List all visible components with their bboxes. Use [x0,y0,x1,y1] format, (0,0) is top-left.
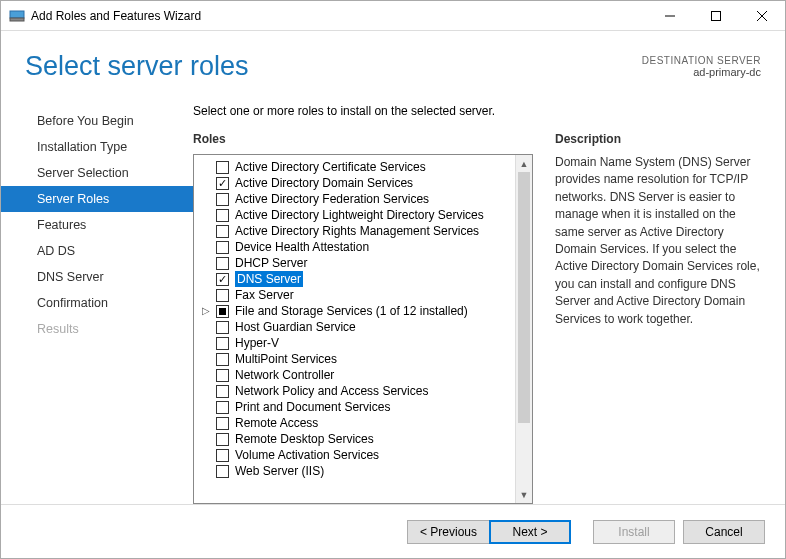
instruction-text: Select one or more roles to install on t… [193,104,763,118]
role-label: DHCP Server [235,255,307,271]
maximize-button[interactable] [693,1,739,31]
role-checkbox[interactable] [216,385,229,398]
role-label: File and Storage Services (1 of 12 insta… [235,303,468,319]
role-label: Active Directory Domain Services [235,175,413,191]
description-text: Domain Name System (DNS) Server provides… [555,154,763,328]
role-checkbox[interactable] [216,241,229,254]
roles-listbox[interactable]: Active Directory Certificate ServicesAct… [193,154,533,504]
role-label: Host Guardian Service [235,319,356,335]
role-label: Active Directory Federation Services [235,191,429,207]
wizard-footer: < Previous Next > Install Cancel [1,504,785,558]
role-checkbox[interactable] [216,401,229,414]
server-manager-icon [9,8,25,24]
role-label: Web Server (IIS) [235,463,324,479]
role-checkbox[interactable] [216,321,229,334]
role-checkbox[interactable] [216,417,229,430]
svg-rect-1 [10,18,24,21]
svg-rect-0 [10,11,24,18]
role-item[interactable]: Host Guardian Service [196,319,513,335]
wizard-header: Select server roles DESTINATION SERVER a… [1,31,785,82]
role-label: Fax Server [235,287,294,303]
role-item[interactable]: ▷File and Storage Services (1 of 12 inst… [196,303,513,319]
role-item[interactable]: Network Controller [196,367,513,383]
nav-item[interactable]: Before You Begin [1,108,193,134]
role-item[interactable]: Active Directory Certificate Services [196,159,513,175]
role-label: Device Health Attestation [235,239,369,255]
scroll-up-button[interactable]: ▲ [516,155,532,172]
expander-icon[interactable]: ▷ [200,303,212,319]
role-checkbox[interactable] [216,433,229,446]
next-button[interactable]: Next > [489,520,571,544]
nav-item[interactable]: Features [1,212,193,238]
role-item[interactable]: Active Directory Federation Services [196,191,513,207]
role-label: Active Directory Rights Management Servi… [235,223,479,239]
role-checkbox[interactable] [216,337,229,350]
scroll-thumb[interactable] [518,172,530,423]
role-item[interactable]: Hyper-V [196,335,513,351]
nav-item[interactable]: Server Selection [1,160,193,186]
role-item[interactable]: Remote Desktop Services [196,431,513,447]
destination-label: DESTINATION SERVER [642,55,761,66]
role-label: Network Policy and Access Services [235,383,428,399]
role-checkbox[interactable] [216,161,229,174]
nav-item[interactable]: AD DS [1,238,193,264]
role-label: Print and Document Services [235,399,390,415]
role-item[interactable]: MultiPoint Services [196,351,513,367]
role-item[interactable]: Fax Server [196,287,513,303]
role-item[interactable]: Active Directory Rights Management Servi… [196,223,513,239]
role-item[interactable]: Network Policy and Access Services [196,383,513,399]
scroll-down-button[interactable]: ▼ [516,486,532,503]
role-label: Hyper-V [235,335,279,351]
role-label: MultiPoint Services [235,351,337,367]
nav-item[interactable]: Confirmation [1,290,193,316]
role-checkbox[interactable] [216,257,229,270]
role-checkbox[interactable] [216,353,229,366]
nav-item[interactable]: Installation Type [1,134,193,160]
close-button[interactable] [739,1,785,31]
role-item[interactable]: Active Directory Domain Services [196,175,513,191]
role-item[interactable]: DHCP Server [196,255,513,271]
role-checkbox[interactable] [216,273,229,286]
description-header: Description [555,132,763,146]
role-item[interactable]: DNS Server [196,271,513,287]
nav-item: Results [1,316,193,342]
role-label: Network Controller [235,367,334,383]
page-title: Select server roles [25,51,642,82]
titlebar: Add Roles and Features Wizard [1,1,785,31]
nav-item[interactable]: DNS Server [1,264,193,290]
scroll-track[interactable] [516,172,532,486]
destination-name: ad-primary-dc [642,66,761,78]
role-item[interactable]: Active Directory Lightweight Directory S… [196,207,513,223]
role-checkbox[interactable] [216,465,229,478]
role-label: Remote Desktop Services [235,431,374,447]
role-label: Remote Access [235,415,318,431]
role-label: DNS Server [235,271,303,287]
minimize-button[interactable] [647,1,693,31]
role-checkbox[interactable] [216,289,229,302]
role-item[interactable]: Volume Activation Services [196,447,513,463]
role-checkbox[interactable] [216,449,229,462]
role-label: Active Directory Certificate Services [235,159,426,175]
role-item[interactable]: Remote Access [196,415,513,431]
role-checkbox[interactable] [216,369,229,382]
role-checkbox[interactable] [216,177,229,190]
destination-server-block: DESTINATION SERVER ad-primary-dc [642,55,761,78]
nav-sidebar: Before You BeginInstallation TypeServer … [1,104,193,504]
cancel-button[interactable]: Cancel [683,520,765,544]
window-title: Add Roles and Features Wizard [31,9,647,23]
role-label: Active Directory Lightweight Directory S… [235,207,484,223]
role-item[interactable]: Device Health Attestation [196,239,513,255]
role-checkbox[interactable] [216,305,229,318]
install-button[interactable]: Install [593,520,675,544]
roles-header: Roles [193,132,533,146]
svg-rect-3 [712,11,721,20]
role-checkbox[interactable] [216,209,229,222]
nav-item[interactable]: Server Roles [1,186,193,212]
role-item[interactable]: Web Server (IIS) [196,463,513,479]
role-item[interactable]: Print and Document Services [196,399,513,415]
role-label: Volume Activation Services [235,447,379,463]
scrollbar[interactable]: ▲ ▼ [515,155,532,503]
role-checkbox[interactable] [216,225,229,238]
role-checkbox[interactable] [216,193,229,206]
previous-button[interactable]: < Previous [407,520,489,544]
